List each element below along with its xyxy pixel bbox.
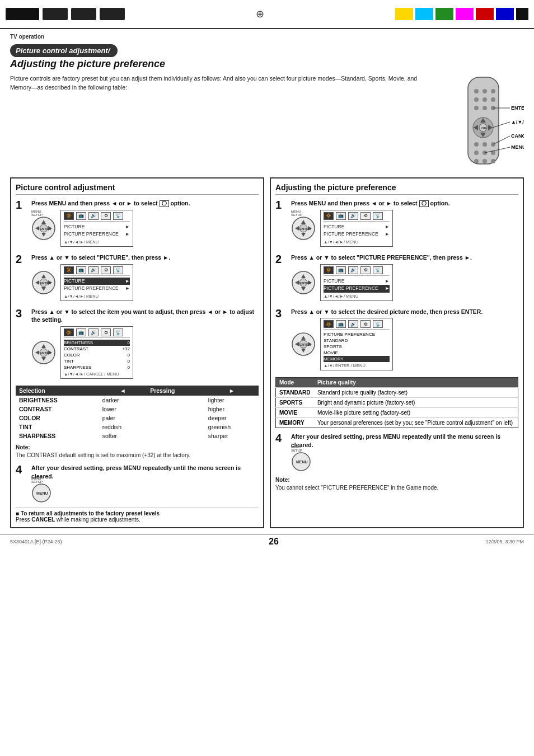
left-step-2: 2 Press ▲ or ▼ to select "PICTURE", then…: [16, 253, 259, 303]
crosshair-center: ⊕: [125, 8, 395, 20]
r2-icon-1: 🔆: [324, 266, 334, 274]
table-row: CONTRASTlowerhigher: [16, 405, 259, 414]
menu-item-picture-sel: PICTURE►: [64, 278, 130, 285]
right-step-4-content: After your desired setting, press MENU r…: [291, 433, 518, 471]
table-row: TINTreddishgreenish: [16, 422, 259, 431]
sel-left: reddish: [99, 422, 147, 431]
table-row: SHARPNESSsoftersharper: [16, 431, 259, 440]
svg-point-20: [474, 151, 479, 155]
remote-diagram: OK ENTER ▲/▼/◄/► CANCEL: [434, 74, 524, 171]
right-menu-screen-3: 🔆 📺 🔊 ⚙ 📡 PICTURE PREFERENCE STANDARD SP…: [320, 318, 393, 370]
menu-icon-sel: 🔆: [64, 212, 74, 220]
right-menu-label-1: MENUSETUP: [291, 210, 302, 217]
left-step-3: 3 Press ▲ or ▼ to select the item you wa…: [16, 308, 259, 381]
step4-remote-left: MENU MENUSETUP: [31, 483, 51, 503]
left-step-4-num: 4: [16, 464, 28, 475]
step4-remote-right: MENU MENUSETUP: [291, 452, 311, 472]
svg-point-25: [491, 159, 495, 163]
svg-text:ENTER: ENTER: [40, 227, 51, 231]
two-column-layout: Picture control adjustment 1 Press MENU …: [10, 177, 524, 528]
svg-point-1: [474, 89, 479, 93]
right-step-2-content: Press ▲ or ▼ to select "PICTURE PREFEREN…: [291, 253, 518, 303]
sel-left: softer: [99, 431, 147, 440]
note-box-right: Note: You cannot select "PICTURE PREFERE…: [275, 476, 518, 492]
col-arrow-left: ◄: [99, 386, 147, 396]
left-step-4-content: After your desired setting, press MENU r…: [31, 464, 259, 503]
r-menu-pref: PICTURE PREFERENCE►: [324, 231, 390, 238]
right-step-2-num: 2: [275, 253, 288, 265]
right-column: Adjusting the picture preference 1 Press…: [270, 177, 524, 528]
menu-icon-5b: 📡: [113, 266, 123, 274]
right-note-label: Note:: [275, 477, 290, 483]
sel-right: higher: [205, 405, 259, 414]
menu-icon-3b: 🔊: [88, 266, 99, 274]
title-oval-text: Picture control adjustment/: [16, 46, 110, 55]
right-step-4-num: 4: [275, 433, 288, 444]
tv-operation-label: TV operation: [10, 34, 524, 40]
mode-name: SPORTS: [276, 398, 314, 408]
left-step-1-diagram: ENTER MENUSETUP 🔆 📺 🔊 ⚙ 📡: [31, 210, 259, 247]
menu-icons-row-2: 🔆 📺 🔊 ⚙ 📡: [64, 266, 130, 276]
step4-menu-label: MENUSETUP: [31, 477, 43, 483]
r-icon-3: 🔊: [348, 212, 358, 220]
note-box-left: Note: The CONTRAST default setting is se…: [16, 444, 259, 459]
left-step-3-text: Press ▲ or ▼ to select the item you want…: [31, 308, 259, 324]
right-step-2-diagram: ENTER 🔆 📺 🔊 ⚙ 📡 PICTURE►: [291, 264, 518, 301]
r-nav-1: ▲/▼/◄/►/ MENU: [324, 240, 390, 245]
mode-table: Mode Picture quality STANDARDStandard pi…: [275, 377, 518, 428]
note-label: Note:: [16, 444, 30, 450]
menu-nav-1: ▲/▼/◄/►/ MENU: [64, 240, 130, 245]
svg-text:ENTER: ENTER: [40, 351, 51, 355]
left-step-3-num: 3: [16, 308, 28, 319]
menu-icon-4: ⚙: [101, 212, 111, 220]
right-step-3-content: Press ▲ or ▼ to select the desired pictu…: [291, 308, 518, 373]
sel-left: paler: [99, 414, 147, 422]
sel-middle: [147, 422, 205, 431]
menu-icon-3a: 🔆: [64, 328, 74, 336]
r-icon-4: ⚙: [360, 212, 371, 220]
r2-icon-3: 🔊: [348, 266, 358, 274]
col-selection: Selection: [16, 386, 99, 396]
left-step-2-diagram: ENTER 🔆 📺 🔊 ⚙ 📡 PICTURE►: [31, 264, 259, 301]
left-step-2-content: Press ▲ or ▼ to select "PICTURE", then p…: [31, 253, 259, 303]
right-step-1-content: Press MENU and then press ◄ or ► to sele…: [291, 199, 518, 249]
right-remote-svg-3: ENTER: [291, 332, 316, 356]
menu-icons-row-3: 🔆 📺 🔊 ⚙ 📡: [64, 328, 130, 338]
top-bar-right: [395, 8, 528, 20]
r2-icon-2: 📺: [336, 266, 346, 274]
svg-point-4: [474, 97, 479, 102]
right-menu-screen-2: 🔆 📺 🔊 ⚙ 📡 PICTURE► PICTURE PREFERENCE► ▲…: [320, 264, 393, 301]
svg-point-6: [491, 97, 495, 102]
title-oval: Picture control adjustment/: [10, 44, 118, 57]
svg-point-5: [483, 97, 487, 102]
remote-circle-svg-2: ENTER: [31, 270, 56, 295]
color-green: [435, 8, 453, 20]
menu-icon-4b: ⚙: [101, 266, 111, 274]
remote-circle-svg: ENTER: [31, 216, 56, 241]
left-step-4: 4 After your desired setting, press MENU…: [16, 464, 259, 503]
r-icon-2: 📺: [336, 212, 346, 220]
right-step-2-text: Press ▲ or ▼ to select "PICTURE PREFEREN…: [291, 253, 518, 262]
menu-icon-3: 🔊: [88, 212, 99, 220]
tint-row: TINT0: [64, 358, 130, 364]
footer-model: 5X30401A [E] (P24-26): [10, 539, 62, 544]
r3-icon-1: 🔆: [324, 320, 334, 328]
left-menu-screen-3: 🔆 📺 🔊 ⚙ 📡 BRIGHTNESS0 CONTRAST+32: [60, 326, 133, 379]
crosshair-icon: ⊕: [256, 8, 264, 20]
r2-icon-4: ⚙: [360, 266, 371, 274]
right-step-4: 4 After your desired setting, press MENU…: [275, 433, 518, 471]
r3-sports: SPORTS: [324, 344, 390, 350]
table-row: COLORpalerdeeper: [16, 414, 259, 422]
right-step-1-text: Press MENU and then press ◄ or ► to sele…: [291, 199, 518, 208]
step4-menu-label-right: MENUSETUP: [291, 445, 302, 452]
svg-point-3: [491, 89, 495, 93]
menu-item-pref-2: PICTURE PREFERENCE►: [64, 285, 130, 293]
table-row: SPORTSBright and dynamic picture (factor…: [276, 398, 518, 408]
left-step-3-diagram: ENTER 🔆 📺 🔊 ⚙ 📡: [31, 326, 259, 379]
title-section: Picture control adjustment/: [10, 43, 524, 57]
left-step-2-num: 2: [16, 253, 28, 265]
table-row: STANDARDStandard picture quality (factor…: [276, 388, 518, 398]
menu-nav-3: ▲/▼/◄/►/ CANCEL / MENU: [64, 372, 130, 377]
svg-point-7: [474, 106, 479, 110]
sel-middle: [147, 396, 205, 405]
